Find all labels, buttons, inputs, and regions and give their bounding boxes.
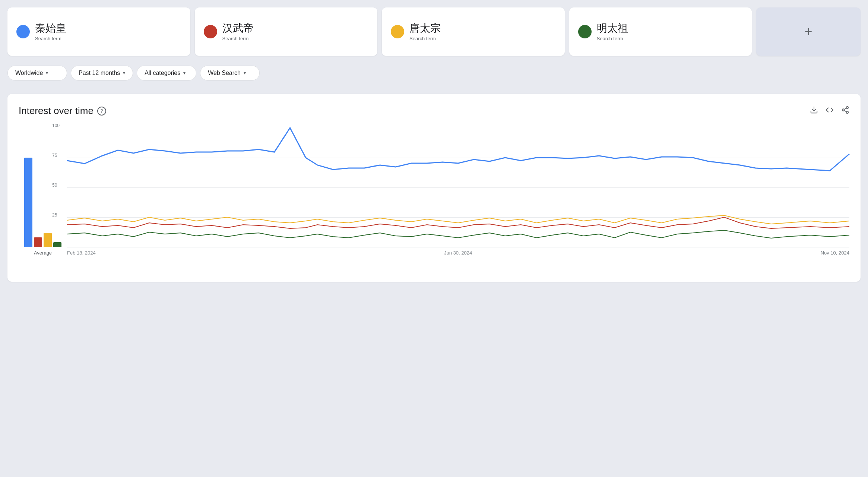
- search-term-card-2[interactable]: 汉武帝 Search term: [195, 7, 378, 56]
- region-filter[interactable]: Worldwide ▾: [7, 66, 67, 80]
- category-chevron-icon: ▾: [183, 70, 186, 76]
- avg-bar-red: [34, 237, 42, 247]
- term-info-4: 明太祖 Search term: [597, 22, 628, 42]
- term-info-2: 汉武帝 Search term: [222, 22, 254, 42]
- search-type-label: Web Search: [208, 70, 241, 76]
- share-icon[interactable]: [841, 106, 849, 116]
- svg-line-5: [844, 108, 846, 110]
- svg-line-4: [844, 110, 846, 112]
- avg-bar-area: Average: [19, 128, 67, 267]
- term-info-3: 唐太宗 Search term: [409, 22, 441, 42]
- term-info-1: 秦始皇 Search term: [35, 22, 66, 42]
- avg-bar-green: [53, 242, 61, 247]
- term-dot-3: [391, 25, 404, 38]
- term-name-1: 秦始皇: [35, 22, 66, 35]
- avg-bars: [19, 128, 67, 247]
- term-dot-2: [204, 25, 217, 38]
- search-term-card-4[interactable]: 明太祖 Search term: [569, 7, 752, 56]
- region-label: Worldwide: [15, 70, 43, 76]
- chart-svg: [67, 128, 849, 247]
- interest-over-time-section: Interest over time ?: [7, 94, 861, 282]
- line-blue: [67, 128, 849, 171]
- x-label-3: Nov 10, 2024: [821, 250, 849, 256]
- chart-actions: [810, 106, 849, 116]
- grid-line-0: [67, 247, 849, 247]
- line-green: [67, 230, 849, 238]
- embed-icon[interactable]: [826, 106, 834, 116]
- category-filter[interactable]: All categories ▾: [137, 66, 196, 80]
- x-label-2: Jun 30, 2024: [444, 250, 472, 256]
- avg-bar-yellow: [44, 233, 52, 247]
- term-dot-1: [16, 25, 30, 38]
- grid-label-50: 50: [52, 183, 57, 188]
- help-icon[interactable]: ?: [97, 107, 106, 116]
- chart-header: Interest over time ?: [19, 105, 849, 117]
- chart-title: Interest over time: [19, 105, 94, 117]
- download-icon[interactable]: [810, 106, 818, 116]
- grid-label-75: 75: [52, 153, 57, 158]
- term-label-3: Search term: [409, 36, 441, 41]
- add-icon: +: [804, 24, 812, 40]
- term-label-2: Search term: [222, 36, 254, 41]
- search-type-chevron-icon: ▾: [244, 70, 246, 76]
- search-type-filter[interactable]: Web Search ▾: [200, 66, 260, 80]
- search-term-card-1[interactable]: 秦始皇 Search term: [7, 7, 190, 56]
- avg-label: Average: [34, 250, 52, 256]
- period-chevron-icon: ▾: [123, 70, 125, 76]
- grid-label-100: 100: [52, 123, 60, 128]
- term-name-3: 唐太宗: [409, 22, 441, 35]
- chart-title-area: Interest over time ?: [19, 105, 106, 117]
- x-axis-labels: Feb 18, 2024 Jun 30, 2024 Nov 10, 2024: [67, 250, 849, 256]
- grid-label-25: 25: [52, 212, 57, 218]
- line-chart-area: 100 75 50 25: [67, 128, 849, 267]
- chart-body: Average 100 75 50 25: [19, 128, 849, 267]
- search-terms-row: 秦始皇 Search term 汉武帝 Search term 唐太宗 Sear…: [7, 7, 861, 56]
- period-filter[interactable]: Past 12 months ▾: [71, 66, 133, 80]
- filters-row: Worldwide ▾ Past 12 months ▾ All categor…: [7, 62, 861, 84]
- category-label: All categories: [145, 70, 180, 76]
- x-label-1: Feb 18, 2024: [67, 250, 96, 256]
- search-term-card-3[interactable]: 唐太宗 Search term: [382, 7, 565, 56]
- region-chevron-icon: ▾: [46, 70, 48, 76]
- period-label: Past 12 months: [79, 70, 120, 76]
- term-name-4: 明太祖: [597, 22, 628, 35]
- chart-grid: 100 75 50 25: [67, 128, 849, 247]
- term-label-4: Search term: [597, 36, 628, 41]
- avg-bar-blue: [24, 158, 32, 247]
- term-name-2: 汉武帝: [222, 22, 254, 35]
- term-label-1: Search term: [35, 36, 66, 41]
- add-term-card[interactable]: +: [756, 7, 861, 56]
- term-dot-4: [578, 25, 592, 38]
